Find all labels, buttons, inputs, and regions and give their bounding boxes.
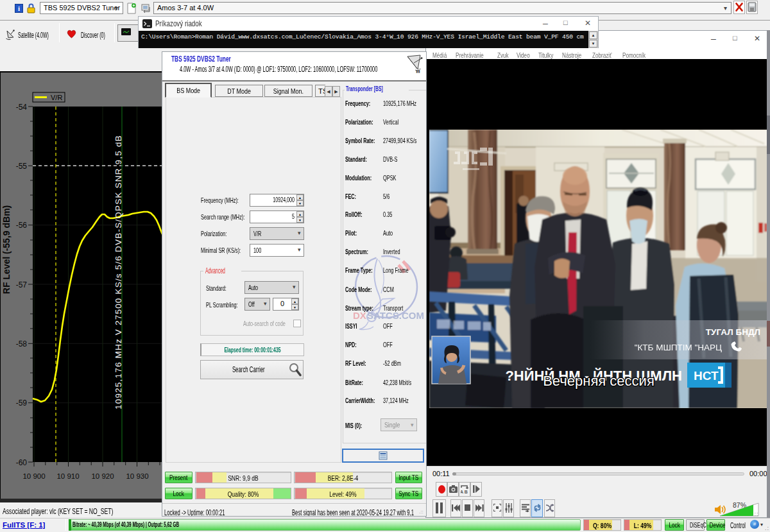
svg-text:10 910: 10 910	[56, 472, 79, 480]
svg-text:10925,176 MHz V 27500 KS/s 5/6: 10925,176 MHz V 27500 KS/s 5/6 DVB-S/QPS…	[114, 135, 123, 409]
svg-text:-56: -56	[16, 221, 28, 230]
svg-text:-54: -54	[16, 103, 28, 112]
svg-text:-60: -60	[16, 458, 28, 467]
svg-text:-58: -58	[16, 339, 28, 348]
svg-text:▮▮: ▮▮	[416, 69, 420, 73]
svg-text:10 930: 10 930	[126, 472, 148, 480]
svg-text:-59: -59	[16, 399, 28, 408]
svg-text:НСТ: НСТ	[694, 369, 719, 382]
svg-text:-57: -57	[16, 280, 28, 289]
svg-text:V/R: V/R	[51, 94, 62, 101]
svg-text:"КТБ МШПТІМ "НАРЦ: "КТБ МШПТІМ "НАРЦ	[635, 343, 722, 352]
svg-text:-55: -55	[16, 162, 28, 171]
svg-text:ТУГАЛ БНДЛ: ТУГАЛ БНДЛ	[706, 327, 760, 337]
svg-text:A B: A B	[461, 490, 468, 494]
svg-text:Вечерняя сессия: Вечерняя сессия	[543, 373, 654, 389]
svg-text:10 920: 10 920	[91, 472, 114, 480]
svg-text:10 900: 10 900	[22, 472, 45, 480]
svg-text:RF Level (-55,9 dBm): RF Level (-55,9 dBm)	[1, 205, 12, 294]
